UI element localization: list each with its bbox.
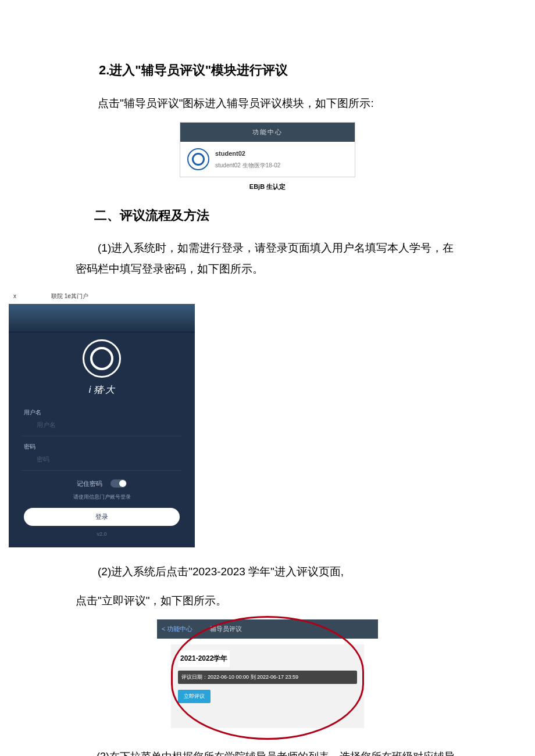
eval-now-button[interactable]: 立即评议 bbox=[178, 690, 211, 703]
screenshot-function-center: 功能中心 student02 student02 生物医学18-02 bbox=[180, 122, 355, 177]
university-logo-icon bbox=[187, 148, 209, 170]
step-3-paragraph: (3)在下拉菜单中根据您所在学院辅导员老师的列表，选择您所在班级对应辅导员老师的… bbox=[76, 747, 459, 756]
user-info: student02 student02 生物医学18-02 bbox=[215, 148, 280, 171]
section-2-heading: 2.进入"辅导员评议"模块进行评议 bbox=[99, 58, 459, 83]
section-2-paragraph: 点击"辅导员评议"图标进入辅导员评议模块，如下图所示: bbox=[76, 93, 459, 114]
document-page: 2.进入"辅导员评议"模块进行评议 点击"辅导员评议"图标进入辅导员评议模块，如… bbox=[0, 0, 535, 756]
eval-card: 2021-2022学年 评议日期：2022-06-10 00:00 到 2022… bbox=[171, 644, 364, 728]
username-label: 用户名 bbox=[9, 407, 195, 418]
tab-title: 联院 1e其门户 bbox=[51, 291, 88, 302]
figure-3: < 功能中心 辅导员评议 2021-2022学年 评议日期：2022-06-10… bbox=[76, 619, 459, 739]
login-banner bbox=[9, 304, 195, 332]
remember-label: 记住密码 bbox=[77, 478, 102, 490]
password-label: 密码 bbox=[9, 441, 195, 452]
back-button[interactable]: < 功能中心 bbox=[162, 623, 192, 635]
step-2-paragraph-b: 点击"立即评议"，如下图所示。 bbox=[76, 590, 459, 611]
app-header: 功能中心 bbox=[180, 123, 355, 142]
version-label: v2.0 bbox=[9, 529, 195, 539]
screenshot-eval-list: < 功能中心 辅导员评议 2021-2022学年 评议日期：2022-06-10… bbox=[157, 619, 378, 739]
eval-date-range: 评议日期：2022-06-10 00:00 到 2022-06-17 23:59 bbox=[178, 671, 357, 684]
login-button[interactable]: 登录 bbox=[24, 508, 180, 526]
figure-2: x 联院 1e其门户 i 猪·大 用户名 用户名 密码 密码 记住密码 请使用信… bbox=[9, 288, 459, 547]
login-hint: 请使用信息门户账号登录 bbox=[9, 492, 195, 502]
remember-toggle[interactable] bbox=[110, 479, 127, 488]
figure-1: 功能中心 student02 student02 生物医学18-02 bbox=[76, 122, 459, 177]
eval-header: < 功能中心 辅导员评议 bbox=[157, 619, 378, 639]
user-subtitle: student02 生物医学18-02 bbox=[215, 160, 280, 171]
eval-title: 辅导员评议 bbox=[210, 623, 242, 635]
step-1-paragraph: (1)进入系统时，如需进行登录，请登录页面填入用户名填写本人学号，在密码栏中填写… bbox=[76, 238, 459, 280]
username-label: student02 bbox=[215, 148, 280, 160]
academic-year: 2021-2022学年 bbox=[178, 650, 230, 667]
screenshot-login: x 联院 1e其门户 i 猪·大 用户名 用户名 密码 密码 记住密码 请使用信… bbox=[9, 288, 195, 547]
close-icon[interactable]: x bbox=[13, 291, 16, 302]
username-input[interactable]: 用户名 bbox=[22, 418, 182, 436]
password-input[interactable]: 密码 bbox=[22, 452, 182, 471]
section-3-heading: 二、评议流程及方法 bbox=[94, 203, 459, 228]
figure-1-caption: EBjB 生认定 bbox=[76, 181, 459, 193]
user-row: student02 student02 生物医学18-02 bbox=[180, 142, 355, 177]
university-logo-icon bbox=[83, 339, 121, 378]
remember-row: 记住密码 bbox=[9, 478, 195, 490]
login-brand: i 猪·大 bbox=[9, 381, 195, 399]
step-2-paragraph-a: (2)进入系统后点击"2023-2023 学年"进入评议页面, bbox=[76, 561, 459, 582]
browser-tab-bar: x 联院 1e其门户 bbox=[9, 288, 195, 304]
